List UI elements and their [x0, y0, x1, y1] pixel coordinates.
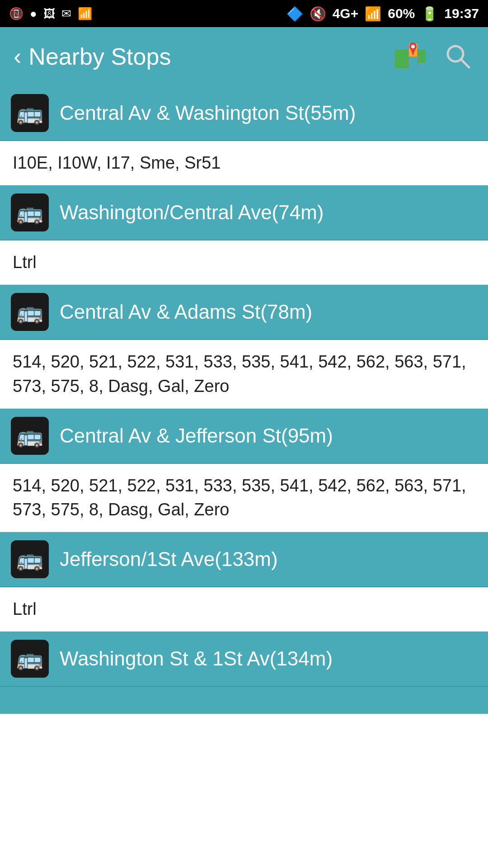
- app-bar: ‹ Nearby Stops: [0, 27, 488, 86]
- phone-icon: 📵: [9, 7, 23, 21]
- routes-text: Ltrl: [13, 599, 37, 618]
- status-right: 🔷 🔇 4G+ 📶 60% 🔋 19:37: [286, 6, 479, 22]
- stop-item[interactable]: 🚌 Washington/Central Ave(74m): [0, 185, 488, 241]
- routes-text: Ltrl: [13, 253, 37, 272]
- mail-icon: ✉: [61, 7, 71, 21]
- bus-icon: 🚌: [11, 293, 49, 331]
- bus-icon: 🚌: [11, 94, 49, 132]
- routes-text: 514, 520, 521, 522, 531, 533, 535, 541, …: [13, 476, 466, 519]
- stop-name: Washington/Central Ave(74m): [60, 201, 324, 224]
- signal-icon: 📶: [365, 6, 381, 22]
- routes-row: Ltrl: [0, 587, 488, 632]
- image-icon: 🖼: [43, 7, 55, 21]
- svg-rect-0: [395, 49, 408, 68]
- search-button[interactable]: [442, 40, 474, 73]
- mute-icon: 🔇: [310, 6, 326, 22]
- stop-name: Central Av & Jefferson St(95m): [60, 425, 333, 447]
- routes-row: I10E, I10W, I17, Sme, Sr51: [0, 141, 488, 185]
- bottom-bar: [0, 687, 488, 714]
- stop-list: 🚌 Central Av & Washington St(55m) I10E, …: [0, 86, 488, 687]
- map-button[interactable]: [392, 38, 428, 75]
- network-strength: 4G+: [333, 6, 359, 21]
- battery-icon: 🔋: [421, 6, 438, 22]
- battery-level: 60%: [388, 6, 415, 21]
- svg-point-4: [411, 45, 415, 48]
- bluetooth-icon: 🔷: [286, 6, 303, 22]
- time: 19:37: [444, 6, 479, 21]
- stop-name: Central Av & Washington St(55m): [60, 102, 356, 124]
- routes-row: 514, 520, 521, 522, 531, 533, 535, 541, …: [0, 340, 488, 408]
- svg-rect-2: [418, 49, 426, 63]
- bus-icon: 🚌: [11, 540, 49, 578]
- bus-icon: 🚌: [11, 193, 49, 231]
- bus-icon: 🚌: [11, 417, 49, 455]
- stop-name: Central Av & Adams St(78m): [60, 301, 312, 323]
- stop-item[interactable]: 🚌 Central Av & Washington St(55m): [0, 86, 488, 141]
- routes-row: Ltrl: [0, 241, 488, 285]
- stop-item[interactable]: 🚌 Central Av & Jefferson St(95m): [0, 409, 488, 464]
- routes-text: 514, 520, 521, 522, 531, 533, 535, 541, …: [13, 352, 466, 395]
- stop-name: Washington St & 1St Av(134m): [60, 647, 333, 670]
- app-bar-left: ‹ Nearby Stops: [14, 43, 171, 70]
- stop-item[interactable]: 🚌 Jefferson/1St Ave(133m): [0, 532, 488, 587]
- page-title: Nearby Stops: [28, 43, 171, 70]
- stop-item[interactable]: 🚌 Central Av & Adams St(78m): [0, 285, 488, 340]
- routes-text: I10E, I10W, I17, Sme, Sr51: [13, 153, 221, 172]
- status-left: 📵 ● 🖼 ✉ 📶: [9, 7, 92, 21]
- line-icon: ●: [30, 7, 37, 21]
- wifi-icon: 📶: [78, 7, 92, 21]
- back-button[interactable]: ‹: [14, 43, 21, 70]
- bus-icon: 🚌: [11, 640, 49, 678]
- stop-item[interactable]: 🚌 Washington St & 1St Av(134m): [0, 632, 488, 687]
- svg-line-9: [461, 59, 469, 67]
- routes-row: 514, 520, 521, 522, 531, 533, 535, 541, …: [0, 464, 488, 532]
- app-bar-actions: [392, 38, 474, 75]
- status-bar: 📵 ● 🖼 ✉ 📶 🔷 🔇 4G+ 📶 60% 🔋 19:37: [0, 0, 488, 27]
- stop-name: Jefferson/1St Ave(133m): [60, 548, 278, 571]
